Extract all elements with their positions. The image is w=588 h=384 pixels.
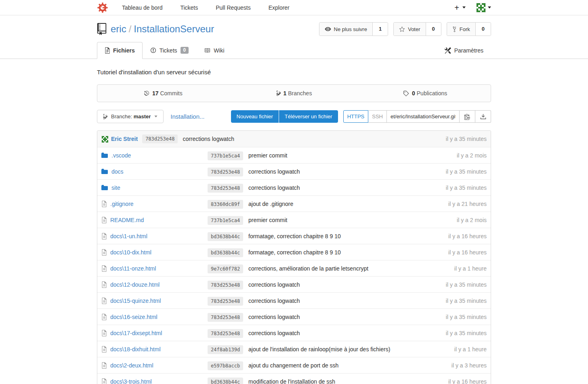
file-commit-hash-badge[interactable]: 783d253e48 <box>208 281 243 290</box>
file-icon <box>105 47 110 54</box>
repo-icon <box>97 23 107 35</box>
file-commit-time: il y a 35 minutes <box>446 298 487 304</box>
file-commit-message: premier commit <box>248 152 457 159</box>
folder-icon <box>101 185 108 191</box>
file-link-gitignore[interactable]: .gitignore <box>110 201 134 207</box>
file-commit-time: il y a 21 heures <box>448 201 487 207</box>
file-commit-hash-badge[interactable]: 737b1e5ca4 <box>208 216 243 225</box>
file-commit-hash-badge[interactable]: 783d253e48 <box>208 329 243 338</box>
file-commit-hash-badge[interactable]: bd3638b44c <box>208 378 243 384</box>
clone-url-input[interactable] <box>387 110 460 123</box>
dir-link-site[interactable]: site <box>111 185 120 191</box>
ne-plus-suivre-count[interactable]: 1 <box>373 23 388 36</box>
voter-count[interactable]: 0 <box>426 23 441 36</box>
create-new-caret-icon[interactable] <box>462 6 466 8</box>
file-commit-hash-badge[interactable]: 783d253e48 <box>208 168 243 176</box>
stat-branches[interactable]: 1 Branches <box>229 85 360 102</box>
path-breadcrumb-link[interactable]: Installation... <box>170 113 204 120</box>
nav-item-tableau-de-bord[interactable]: Tableau de bord <box>122 4 162 11</box>
file-link-docs-16-seize-html[interactable]: docs\16-seize.html <box>110 314 158 320</box>
fork-button[interactable]: Fork <box>447 23 476 36</box>
file-commit-hash-badge[interactable]: 737b1e5ca4 <box>208 151 243 160</box>
file-table: Eric Streit 783d253e48 corrections logwa… <box>97 130 491 384</box>
file-commit-hash-badge[interactable]: bd3638b44c <box>208 232 243 241</box>
file-commit-hash-badge[interactable]: 9e7c60f782 <box>208 264 243 273</box>
ne-plus-suivre-button[interactable]: Ne plus suivre <box>319 23 373 36</box>
stat-commits[interactable]: 17 Commits <box>97 85 229 102</box>
app-logo-icon[interactable] <box>97 2 108 13</box>
commit-hash-badge[interactable]: 783d253e48 <box>142 134 178 143</box>
user-avatar[interactable] <box>476 3 486 13</box>
copy-clone-url-button[interactable] <box>460 110 475 123</box>
file-icon <box>101 314 107 320</box>
file-commit-hash-badge[interactable]: 83360dc89f <box>208 200 243 209</box>
nav-item-explorer[interactable]: Explorer <box>269 4 290 11</box>
table-row: .gitignore 83360dc89f ajout de .gitignor… <box>97 195 491 212</box>
ssh-protocol-button[interactable]: SSH <box>368 110 387 123</box>
https-protocol-button[interactable]: HTTPS <box>343 110 369 123</box>
dir-link-vscode[interactable]: .vscode <box>111 152 131 159</box>
dir-link-docs[interactable]: docs <box>111 168 124 175</box>
tab-settings[interactable]: Paramètres <box>437 42 491 59</box>
file-commit-time: il y a 35 minutes <box>446 281 487 288</box>
file-commit-time: il y a 2 mois <box>457 152 487 159</box>
file-icon <box>101 298 107 304</box>
file-link-docs-12-douze-html[interactable]: docs\12-douze.html <box>110 281 160 288</box>
commit-author-avatar[interactable] <box>101 136 108 142</box>
upload-file-button[interactable]: Téléverser un fichier <box>279 110 338 123</box>
file-link-docs-10-dix-html[interactable]: docs\10-dix.html <box>110 249 151 256</box>
file-commit-hash-badge[interactable]: bd3638b44c <box>208 248 243 257</box>
file-icon <box>101 249 107 256</box>
branch-icon <box>276 90 281 96</box>
nav-item-pull-requests[interactable]: Pull Requests <box>216 4 250 11</box>
file-commit-hash-badge[interactable]: 24f8ab139d <box>208 345 243 354</box>
file-commit-message: corrections logwatch <box>248 281 446 288</box>
repo-name-link[interactable]: InstallationServeur <box>134 23 214 34</box>
file-link-docs-11-onze-html[interactable]: docs\11-onze.html <box>110 265 156 272</box>
file-commit-hash-badge[interactable]: 783d253e48 <box>208 184 243 193</box>
file-link-docs-2-deux-html[interactable]: docs\2-deux.html <box>110 362 153 369</box>
file-icon <box>101 346 107 353</box>
create-new-button[interactable]: + <box>454 4 459 12</box>
tab-tickets[interactable]: Tickets0 <box>143 42 197 59</box>
file-commit-time: il y a 3 heures <box>452 362 487 369</box>
user-menu-caret-icon[interactable] <box>488 6 491 8</box>
file-commit-message: ajout de .gitignore <box>248 201 448 207</box>
file-commit-message: ajout du changement de port de ssh <box>248 362 452 369</box>
table-row: docs\10-dix.html bd3638b44c formatage, c… <box>97 244 491 260</box>
file-link-docs-17-dixsept-html[interactable]: docs\17-dixsept.html <box>110 330 162 336</box>
file-icon <box>101 330 107 336</box>
branch-selector[interactable]: Branche: master <box>97 110 164 123</box>
file-icon <box>101 201 107 207</box>
file-commit-message: modification de l'installation de ssh <box>248 378 448 384</box>
file-commit-hash-badge[interactable]: 783d253e48 <box>208 313 243 322</box>
file-link-docs-18-dixhuit-html[interactable]: docs\18-dixhuit.html <box>110 346 161 353</box>
table-row: docs\2-deux.html e597b8accb ajout du cha… <box>97 357 491 373</box>
fork-count[interactable]: 0 <box>476 23 491 36</box>
file-commit-time: il y a 1 heure <box>454 265 487 272</box>
file-commit-message: formatage, correction chapitre 8 9 10 <box>248 233 448 239</box>
fork-button-group: Fork0 <box>447 22 491 36</box>
stat-publications[interactable]: 0 Publications <box>359 85 491 102</box>
download-archive-button[interactable] <box>475 110 491 123</box>
commit-author-link[interactable]: Eric Streit <box>111 136 138 142</box>
file-commit-hash-badge[interactable]: 783d253e48 <box>208 297 243 306</box>
tab-wiki[interactable]: Wiki <box>196 42 232 59</box>
file-commit-time: il y a 1 heure <box>454 346 487 353</box>
file-commit-hash-badge[interactable]: e597b8accb <box>208 361 243 370</box>
star-icon <box>399 26 405 32</box>
tab-fichiers[interactable]: Fichiers <box>97 42 143 59</box>
file-link-docs-15-quinze-html[interactable]: docs\15-quinze.html <box>110 298 161 304</box>
file-commit-message: formatage, correction chapitre 8 9 10 <box>248 249 448 256</box>
clone-url-group: HTTPS SSH <box>343 110 491 123</box>
table-row: docs\12-douze.html 783d253e48 correction… <box>97 276 491 292</box>
file-link-docs-3-trois-html[interactable]: docs\3-trois.html <box>110 378 152 384</box>
file-icon <box>101 378 107 384</box>
file-link-docs-1-un-html[interactable]: docs\1-un.html <box>110 233 147 239</box>
voter-button[interactable]: Voter <box>394 23 426 36</box>
nav-item-tickets[interactable]: Tickets <box>180 4 198 11</box>
new-file-button[interactable]: Nouveau fichier <box>231 110 279 123</box>
repo-owner-link[interactable]: eric <box>111 23 126 34</box>
file-link-readme-md[interactable]: README.md <box>110 217 144 223</box>
commit-time: il y a 35 minutes <box>446 136 487 142</box>
